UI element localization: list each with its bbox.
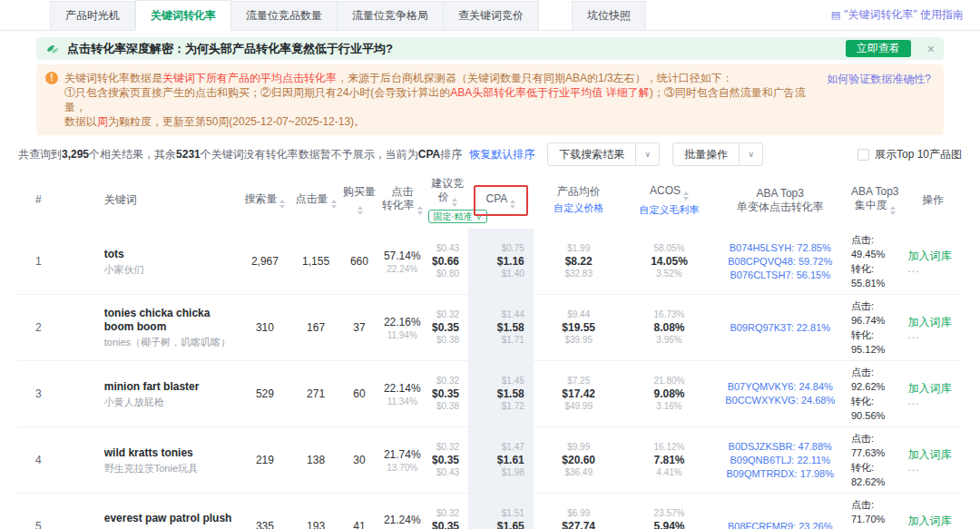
- keyword-cell: everest paw patrol plush珠穆朗玛峰汪汪队毛绒玩具: [59, 494, 240, 529]
- keyword-cell: minion fart blaster小黄人放屁枪: [59, 361, 240, 427]
- notice-text: 关键词转化率数据是关键词下所有产品的平均点击转化率，来源于后台商机探测器（关键词…: [64, 71, 933, 129]
- banner-view-now-button[interactable]: 立即查看: [846, 40, 911, 57]
- search-volume-cell: 219: [239, 427, 290, 494]
- avg-price-cell: $9.44$19.55$39.95: [534, 295, 624, 361]
- purchases-cell: 30: [341, 427, 378, 494]
- keyword-cell: tonies chicka chicka boom boomtonies（椰子树…: [59, 295, 240, 361]
- banner-title: 点击转化率深度解密：为何头部产品转化率竟然低于行业平均?: [67, 41, 393, 57]
- sort-icon: [331, 200, 337, 209]
- asin-link[interactable]: B09QMTRRDX: 17.98%: [716, 467, 844, 481]
- tab-item[interactable]: 坑位快照: [572, 1, 646, 30]
- asin-link[interactable]: B07YQMVKY6: 24.84%: [716, 380, 844, 394]
- aba-top3-ctr-cell: B09RQ97K3T: 22.81%: [714, 295, 846, 361]
- learn-more-link[interactable]: 详细了解: [606, 86, 650, 99]
- add-to-wordbank-link[interactable]: 加入词库: [907, 316, 960, 329]
- asin-link[interactable]: B09RQ97K3T: 22.81%: [716, 321, 844, 335]
- col-header-keyword: 关键词: [59, 171, 240, 229]
- avg-price-cell: $7.25$17.42$49.99: [534, 361, 624, 427]
- asin-link[interactable]: B076CLTSH7: 56.15%: [716, 269, 844, 282]
- clicks-cell: 1,155: [291, 229, 341, 295]
- aba-top3-ctr-cell: B07YQMVKY6: 24.84%B0CCWXYKVG: 24.68%: [714, 361, 846, 427]
- usage-guide-link[interactable]: ▤ "关键词转化率" 使用指南: [831, 7, 964, 23]
- col-header-rank: #: [18, 171, 59, 229]
- asin-link[interactable]: B08CPQVQ48: 59.72%: [716, 255, 844, 269]
- purchases-cell: 60: [341, 361, 378, 427]
- more-actions-link[interactable]: ...: [907, 396, 960, 407]
- keyword-translation: 小黄人放屁枪: [104, 397, 238, 408]
- sort-icon: [890, 206, 896, 215]
- col-header-aba-concentration[interactable]: ABA Top3集中度: [846, 171, 904, 229]
- add-to-wordbank-link[interactable]: 加入词库: [907, 514, 960, 528]
- asin-link[interactable]: B08FCRFMR9: 23.26%: [716, 520, 844, 529]
- table-row: 3minion fart blaster小黄人放屁枪5292716022.14%…: [18, 361, 962, 427]
- table-row: 4wild kratts tonies野生克拉茨Tonie玩具219138302…: [18, 427, 962, 494]
- clicks-cell: 138: [291, 427, 341, 494]
- asin-link[interactable]: B074H5LSYH: 72.85%: [716, 241, 844, 255]
- more-actions-link[interactable]: ...: [907, 329, 960, 340]
- purchases-cell: 41: [341, 494, 378, 529]
- tab-item[interactable]: 查关键词竞价: [444, 1, 539, 30]
- avg-price-cell: $6.99$27.74$149.95: [534, 494, 624, 529]
- cpa-cell: $1.45$1.58$1.72: [468, 361, 534, 427]
- keyword-text: tots: [104, 248, 238, 261]
- action-cell: 加入词库...: [904, 427, 962, 494]
- reset-sort-link[interactable]: 恢复默认排序: [469, 147, 534, 162]
- suggested-bid-cell: $0.32$0.35$0.43: [426, 427, 468, 494]
- tab-item[interactable]: 流量位竞品数量: [231, 1, 338, 30]
- custom-price-link[interactable]: 自定义价格: [535, 201, 622, 215]
- aba-top3-ctr-cell: B08FCRFMR9: 23.26%: [714, 494, 846, 529]
- action-cell: 加入词库...: [904, 361, 962, 427]
- aba-concentration-cell: 点击: 92.62%转化: 90.56%: [846, 361, 904, 427]
- batch-caret-icon[interactable]: ∨: [739, 143, 762, 165]
- top10-images-checkbox[interactable]: [858, 149, 869, 161]
- asin-link[interactable]: B0CCWXYKVG: 24.68%: [716, 394, 844, 407]
- col-header-ctr[interactable]: 点击转化率: [377, 171, 426, 229]
- ctr-cell: 21.24%12.24%: [377, 494, 426, 529]
- verify-accuracy-link[interactable]: 如何验证数据准确性?: [827, 72, 931, 86]
- rank-cell: 1: [18, 229, 59, 295]
- top-tab-bar: 产品时光机关键词转化率流量位竞品数量流量位竞争格局查关键词竞价坑位快照 ▤ "关…: [0, 0, 980, 31]
- col-header-action: 操作: [904, 171, 962, 229]
- acos-cell: 16.12%7.81%4.41%: [624, 427, 715, 494]
- asin-link[interactable]: B0DSJZKSBR: 47.88%: [716, 440, 844, 454]
- batch-actions-button[interactable]: 批量操作 ∨: [672, 142, 763, 166]
- add-to-wordbank-link[interactable]: 加入词库: [907, 382, 960, 396]
- add-to-wordbank-link[interactable]: 加入词库: [907, 250, 960, 263]
- cpa-cell: $0.75$1.16$1.40: [468, 229, 534, 295]
- tab-item[interactable]: 产品时光机: [50, 1, 135, 30]
- cpa-cell: $1.44$1.58$1.71: [468, 295, 534, 361]
- guide-link-label: "关键词转化率" 使用指南: [844, 7, 964, 23]
- data-notice: ! 关键词转化率数据是关键词下所有产品的平均点击转化率，来源于后台商机探测器（关…: [36, 64, 944, 135]
- col-header-acos[interactable]: ACOS自定义毛利率: [624, 171, 715, 229]
- col-header-bid[interactable]: 建议竞价固定·精准 ∨: [426, 171, 468, 229]
- avg-price-cell: $1.99$8.22$32.83: [534, 229, 624, 295]
- tab-item[interactable]: 流量位竞争格局: [338, 1, 444, 30]
- sort-icon: [452, 198, 457, 207]
- banner-close-icon[interactable]: ×: [927, 42, 935, 56]
- purchases-cell: 37: [341, 295, 378, 361]
- search-volume-cell: 529: [239, 361, 290, 427]
- keyword-text: everest paw patrol plush: [104, 512, 238, 525]
- download-caret-icon[interactable]: ∨: [635, 143, 659, 165]
- asin-link[interactable]: B09QNB6TLJ: 22.11%: [716, 454, 844, 467]
- suggested-bid-cell: $0.43$0.66$0.80: [426, 229, 468, 295]
- acos-cell: 58.05%14.05%3.52%: [624, 229, 715, 295]
- more-actions-link[interactable]: ...: [907, 263, 960, 274]
- keyword-text: wild kratts tonies: [104, 446, 238, 460]
- cpa-cell: $1.47$1.61$1.98: [468, 427, 534, 494]
- add-to-wordbank-link[interactable]: 加入词库: [907, 448, 960, 462]
- col-header-purchases[interactable]: 购买量: [341, 171, 378, 229]
- col-header-search-volume[interactable]: 搜索量: [239, 171, 290, 229]
- table-header-row: # 关键词 搜索量 点击量 购买量 点击转化率 建议竞价固定·精准 ∨ CPA …: [18, 171, 962, 229]
- keyword-translation: tonies（椰子树，叽喀叽喀）: [104, 337, 238, 348]
- custom-margin-link[interactable]: 自定义毛利率: [626, 203, 713, 217]
- sort-icon: [417, 206, 423, 215]
- keyword-translation: 野生克拉茨Tonie玩具: [104, 463, 238, 475]
- tab-active[interactable]: 关键词转化率: [135, 0, 231, 31]
- rank-cell: 2: [18, 295, 59, 361]
- download-results-button[interactable]: 下载搜索结果 ∨: [547, 142, 660, 166]
- more-actions-link[interactable]: ...: [907, 462, 960, 473]
- results-summary: 共查询到3,295个相关结果，其余5231个关键词没有转化率数据暂不予展示，当前…: [18, 147, 462, 162]
- sort-icon: [510, 200, 515, 209]
- col-header-clicks[interactable]: 点击量: [291, 171, 341, 229]
